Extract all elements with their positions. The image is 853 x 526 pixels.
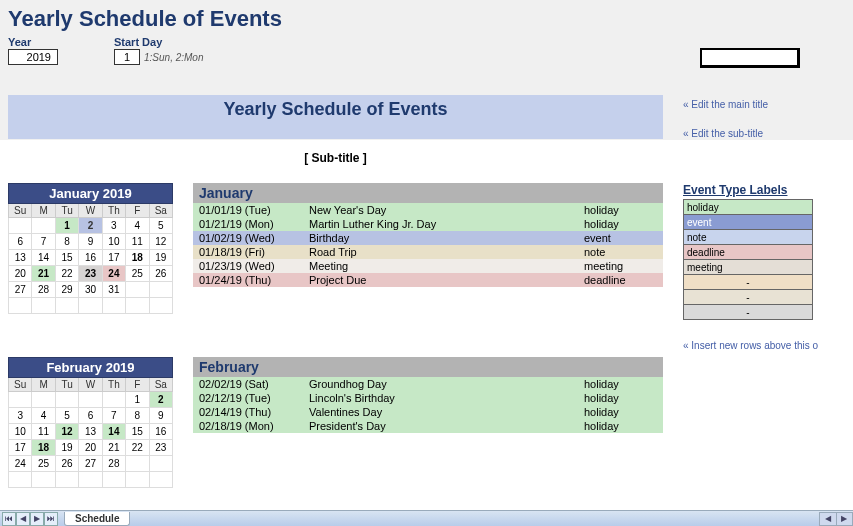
cal-day-cell[interactable]: 25 (126, 266, 149, 282)
cal-day-cell[interactable]: 30 (79, 282, 102, 298)
events-table-january[interactable]: 01/01/19 (Tue)New Year's Dayholiday01/21… (193, 203, 663, 287)
cal-day-cell[interactable]: 16 (79, 250, 102, 266)
cal-day-cell[interactable]: 13 (79, 424, 102, 440)
cal-day-cell[interactable]: 17 (9, 440, 32, 456)
event-row[interactable]: 01/21/19 (Mon)Martin Luther King Jr. Day… (193, 217, 663, 231)
cal-day-cell[interactable] (32, 392, 55, 408)
cal-day-cell[interactable]: 29 (55, 282, 78, 298)
startday-input[interactable]: 1 (114, 49, 140, 65)
event-row[interactable]: 02/14/19 (Thu)Valentines Dayholiday (193, 405, 663, 419)
cal-day-cell[interactable]: 7 (102, 408, 125, 424)
cal-day-cell[interactable] (79, 472, 102, 488)
event-type-labels-table[interactable]: holidayeventnotedeadlinemeeting--- (683, 199, 813, 320)
cal-day-cell[interactable]: 10 (9, 424, 32, 440)
event-type-label[interactable]: deadline (684, 245, 813, 260)
cal-day-cell[interactable] (102, 392, 125, 408)
cal-day-cell[interactable] (149, 456, 172, 472)
cal-day-cell[interactable]: 3 (9, 408, 32, 424)
event-row[interactable]: 01/23/19 (Wed)Meetingmeeting (193, 259, 663, 273)
cal-day-cell[interactable]: 27 (79, 456, 102, 472)
cal-day-cell[interactable]: 3 (102, 218, 125, 234)
cal-day-cell[interactable]: 26 (55, 456, 78, 472)
cal-day-cell[interactable] (149, 298, 172, 314)
cal-day-cell[interactable]: 4 (32, 408, 55, 424)
cal-day-cell[interactable] (55, 472, 78, 488)
cal-day-cell[interactable] (126, 282, 149, 298)
cal-day-cell[interactable]: 22 (55, 266, 78, 282)
cal-day-cell[interactable]: 15 (126, 424, 149, 440)
subtitle[interactable]: [ Sub-title ] (8, 139, 663, 173)
cal-day-cell[interactable]: 11 (32, 424, 55, 440)
cal-day-cell[interactable]: 27 (9, 282, 32, 298)
event-row[interactable]: 02/12/19 (Tue)Lincoln's Birthdayholiday (193, 391, 663, 405)
event-type-label[interactable]: holiday (684, 200, 813, 215)
event-row[interactable]: 01/18/19 (Fri)Road Tripnote (193, 245, 663, 259)
event-row[interactable]: 02/18/19 (Mon)President's Dayholiday (193, 419, 663, 433)
cal-day-cell[interactable] (149, 472, 172, 488)
cal-day-cell[interactable]: 26 (149, 266, 172, 282)
event-row[interactable]: 01/01/19 (Tue)New Year's Dayholiday (193, 203, 663, 217)
main-title-band[interactable]: Yearly Schedule of Events (8, 95, 663, 139)
cal-day-cell[interactable]: 9 (149, 408, 172, 424)
mini-calendar-january[interactable]: January 2019 SuMTuWThFSa 123456789101112… (8, 183, 173, 314)
cal-day-cell[interactable] (102, 298, 125, 314)
event-type-label[interactable]: note (684, 230, 813, 245)
cal-day-cell[interactable]: 23 (79, 266, 102, 282)
cal-day-cell[interactable]: 17 (102, 250, 125, 266)
cal-day-cell[interactable]: 20 (79, 440, 102, 456)
cal-day-cell[interactable]: 19 (149, 250, 172, 266)
cal-day-cell[interactable] (55, 298, 78, 314)
mini-calendar-february[interactable]: February 2019 SuMTuWThFSa 12345678910111… (8, 357, 173, 488)
cal-day-cell[interactable] (79, 298, 102, 314)
cal-day-cell[interactable] (102, 472, 125, 488)
cal-day-cell[interactable] (149, 282, 172, 298)
cal-day-cell[interactable] (32, 218, 55, 234)
cal-day-cell[interactable]: 1 (126, 392, 149, 408)
event-type-label[interactable]: - (684, 275, 813, 290)
cal-day-cell[interactable] (55, 392, 78, 408)
cal-day-cell[interactable]: 6 (9, 234, 32, 250)
selected-cell-box[interactable] (700, 48, 800, 68)
cal-day-cell[interactable] (126, 456, 149, 472)
cal-day-cell[interactable]: 21 (102, 440, 125, 456)
cal-day-cell[interactable]: 8 (55, 234, 78, 250)
cal-day-cell[interactable]: 25 (32, 456, 55, 472)
cal-day-cell[interactable]: 18 (32, 440, 55, 456)
cal-day-cell[interactable]: 18 (126, 250, 149, 266)
cal-day-cell[interactable]: 31 (102, 282, 125, 298)
event-type-label[interactable]: event (684, 215, 813, 230)
cal-day-cell[interactable] (9, 298, 32, 314)
cal-day-cell[interactable]: 5 (55, 408, 78, 424)
cal-day-cell[interactable]: 14 (32, 250, 55, 266)
cal-day-cell[interactable]: 24 (102, 266, 125, 282)
event-type-label[interactable]: meeting (684, 260, 813, 275)
event-type-label[interactable]: - (684, 290, 813, 305)
cal-day-cell[interactable]: 7 (32, 234, 55, 250)
cal-day-cell[interactable] (9, 472, 32, 488)
cal-day-cell[interactable]: 9 (79, 234, 102, 250)
cal-day-cell[interactable]: 11 (126, 234, 149, 250)
cal-day-cell[interactable]: 28 (102, 456, 125, 472)
cal-day-cell[interactable]: 12 (55, 424, 78, 440)
event-row[interactable]: 02/02/19 (Sat)Groundhog Dayholiday (193, 377, 663, 391)
cal-day-cell[interactable] (9, 392, 32, 408)
cal-day-cell[interactable]: 4 (126, 218, 149, 234)
cal-day-cell[interactable]: 21 (32, 266, 55, 282)
cal-day-cell[interactable]: 14 (102, 424, 125, 440)
cal-day-cell[interactable] (32, 298, 55, 314)
cal-day-cell[interactable]: 10 (102, 234, 125, 250)
cal-day-cell[interactable]: 16 (149, 424, 172, 440)
event-type-label[interactable]: - (684, 305, 813, 320)
cal-day-cell[interactable]: 22 (126, 440, 149, 456)
cal-day-cell[interactable]: 20 (9, 266, 32, 282)
cal-day-cell[interactable]: 24 (9, 456, 32, 472)
cal-day-cell[interactable]: 23 (149, 440, 172, 456)
event-row[interactable]: 01/24/19 (Thu)Project Duedeadline (193, 273, 663, 287)
cal-day-cell[interactable]: 5 (149, 218, 172, 234)
cal-day-cell[interactable]: 6 (79, 408, 102, 424)
cal-day-cell[interactable] (32, 472, 55, 488)
cal-day-cell[interactable]: 28 (32, 282, 55, 298)
cal-day-cell[interactable]: 13 (9, 250, 32, 266)
event-row[interactable]: 01/02/19 (Wed)Birthdayevent (193, 231, 663, 245)
cal-day-cell[interactable]: 2 (79, 218, 102, 234)
